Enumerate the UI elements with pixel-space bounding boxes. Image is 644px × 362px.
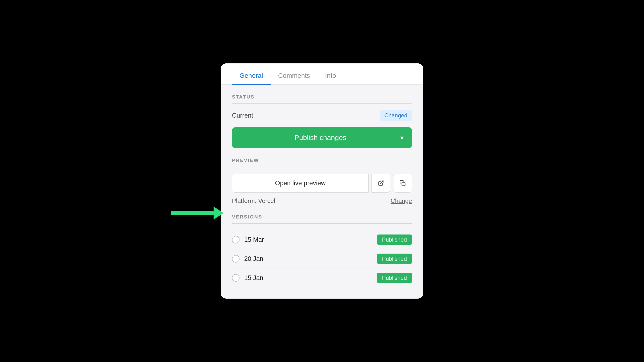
tabs-bar: General Comments Info	[221, 64, 423, 85]
preview-button-label: Open live preview	[275, 180, 326, 187]
version-date-2: 15 Jan	[244, 274, 263, 282]
svg-line-0	[380, 181, 383, 184]
external-link-button[interactable]	[372, 174, 390, 192]
platform-label: Platform: Vercel	[232, 197, 275, 204]
version-left-1: 20 Jan	[232, 255, 263, 262]
publish-changes-button[interactable]: Publish changes ▾	[232, 127, 412, 148]
arrow-head	[214, 206, 224, 220]
tab-info[interactable]: Info	[318, 72, 344, 85]
version-radio-0[interactable]	[232, 236, 240, 244]
version-left-0: 15 Mar	[232, 236, 264, 244]
changed-badge: Changed	[380, 110, 412, 121]
pointer-arrow	[171, 206, 224, 220]
version-status-badge-2: Published	[377, 273, 412, 283]
open-live-preview-button[interactable]: Open live preview	[232, 174, 369, 192]
version-radio-2[interactable]	[232, 274, 240, 282]
panel-content: STATUS Current Changed Publish changes ▾…	[221, 84, 423, 287]
preview-buttons-row: Open live preview	[232, 174, 412, 192]
tab-comments[interactable]: Comments	[270, 72, 318, 85]
external-link-icon	[378, 180, 384, 186]
copy-icon	[400, 180, 406, 186]
chevron-down-icon: ▾	[400, 134, 404, 142]
version-left-2: 15 Jan	[232, 274, 263, 282]
publish-button-label: Publish changes	[240, 134, 400, 142]
versions-section: VERSIONS 15 Mar Published 20 Jan Publish…	[232, 214, 412, 287]
status-section-label: STATUS	[232, 94, 412, 104]
version-status-badge-1: Published	[377, 254, 412, 264]
status-section: STATUS Current Changed Publish changes ▾	[232, 94, 412, 148]
version-row-2: 15 Jan Published	[232, 268, 412, 287]
current-status-row: Current Changed	[232, 110, 412, 121]
panel-card: General Comments Info STATUS Current Cha…	[221, 64, 423, 299]
current-label: Current	[232, 112, 253, 119]
version-row-0: 15 Mar Published	[232, 230, 412, 249]
version-row-1: 20 Jan Published	[232, 249, 412, 268]
versions-section-label: VERSIONS	[232, 214, 412, 224]
version-status-badge-0: Published	[377, 234, 412, 245]
copy-link-button[interactable]	[393, 174, 412, 192]
preview-section: PREVIEW Open live preview	[232, 158, 412, 204]
platform-row: Platform: Vercel Change	[232, 197, 412, 204]
svg-rect-1	[402, 182, 405, 186]
preview-section-label: PREVIEW	[232, 158, 412, 167]
version-date-0: 15 Mar	[244, 236, 264, 244]
tab-general[interactable]: General	[232, 72, 270, 85]
version-radio-1[interactable]	[232, 255, 240, 262]
version-date-1: 20 Jan	[244, 255, 263, 262]
change-platform-button[interactable]: Change	[390, 197, 412, 204]
arrow-shaft	[171, 211, 214, 215]
